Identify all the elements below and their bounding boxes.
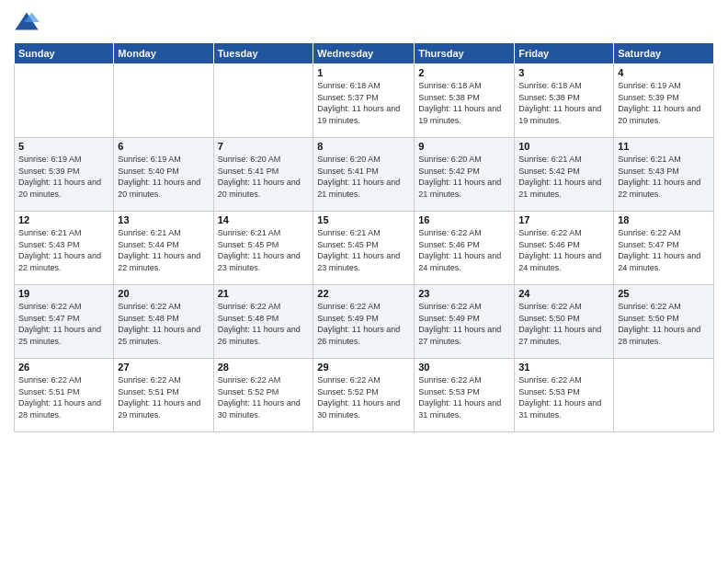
calendar-cell: 23Sunrise: 6:22 AMSunset: 5:49 PMDayligh… [415, 285, 515, 359]
day-number: 14 [218, 214, 310, 225]
day-number: 31 [518, 362, 609, 373]
logo-icon [14, 9, 40, 35]
day-number: 15 [317, 214, 410, 225]
day-info: Sunrise: 6:22 AMSunset: 5:53 PMDaylight:… [518, 374, 609, 420]
weekday-header-wednesday: Wednesday [313, 43, 415, 64]
calendar-cell: 4Sunrise: 6:19 AMSunset: 5:39 PMDaylight… [614, 64, 714, 138]
calendar-cell: 25Sunrise: 6:22 AMSunset: 5:50 PMDayligh… [614, 285, 714, 359]
calendar-table: SundayMondayTuesdayWednesdayThursdayFrid… [14, 42, 714, 432]
calendar-cell: 27Sunrise: 6:22 AMSunset: 5:51 PMDayligh… [114, 359, 213, 432]
day-info: Sunrise: 6:21 AMSunset: 5:44 PMDaylight:… [118, 227, 209, 273]
calendar-cell: 5Sunrise: 6:19 AMSunset: 5:39 PMDaylight… [15, 138, 114, 212]
week-row-5: 26Sunrise: 6:22 AMSunset: 5:51 PMDayligh… [15, 359, 714, 432]
day-number: 8 [317, 141, 410, 152]
calendar-cell: 22Sunrise: 6:22 AMSunset: 5:49 PMDayligh… [313, 285, 415, 359]
day-info: Sunrise: 6:18 AMSunset: 5:37 PMDaylight:… [317, 80, 410, 126]
calendar-cell: 13Sunrise: 6:21 AMSunset: 5:44 PMDayligh… [114, 212, 213, 285]
weekday-header-thursday: Thursday [415, 43, 515, 64]
calendar-cell: 20Sunrise: 6:22 AMSunset: 5:48 PMDayligh… [114, 285, 213, 359]
weekday-header-saturday: Saturday [614, 43, 714, 64]
day-info: Sunrise: 6:19 AMSunset: 5:39 PMDaylight:… [18, 154, 109, 200]
calendar-cell: 17Sunrise: 6:22 AMSunset: 5:46 PMDayligh… [515, 212, 614, 285]
calendar-cell: 11Sunrise: 6:21 AMSunset: 5:43 PMDayligh… [614, 138, 714, 212]
calendar-cell: 28Sunrise: 6:22 AMSunset: 5:52 PMDayligh… [213, 359, 313, 432]
day-info: Sunrise: 6:21 AMSunset: 5:43 PMDaylight:… [618, 154, 710, 200]
day-info: Sunrise: 6:18 AMSunset: 5:38 PMDaylight:… [418, 80, 510, 126]
day-number: 27 [118, 362, 209, 373]
calendar-cell [213, 64, 313, 138]
day-info: Sunrise: 6:19 AMSunset: 5:39 PMDaylight:… [618, 80, 710, 126]
day-number: 25 [618, 288, 710, 299]
calendar-cell: 18Sunrise: 6:22 AMSunset: 5:47 PMDayligh… [614, 212, 714, 285]
day-number: 3 [518, 67, 609, 78]
day-info: Sunrise: 6:22 AMSunset: 5:50 PMDaylight:… [618, 301, 710, 347]
calendar-cell: 3Sunrise: 6:18 AMSunset: 5:38 PMDaylight… [515, 64, 614, 138]
week-row-3: 12Sunrise: 6:21 AMSunset: 5:43 PMDayligh… [15, 212, 714, 285]
calendar-cell: 16Sunrise: 6:22 AMSunset: 5:46 PMDayligh… [415, 212, 515, 285]
day-number: 17 [518, 214, 609, 225]
calendar-cell: 8Sunrise: 6:20 AMSunset: 5:41 PMDaylight… [313, 138, 415, 212]
calendar-cell: 21Sunrise: 6:22 AMSunset: 5:48 PMDayligh… [213, 285, 313, 359]
day-number: 23 [418, 288, 510, 299]
day-number: 6 [118, 141, 209, 152]
calendar-cell: 29Sunrise: 6:22 AMSunset: 5:52 PMDayligh… [313, 359, 415, 432]
day-number: 1 [317, 67, 410, 78]
day-info: Sunrise: 6:18 AMSunset: 5:38 PMDaylight:… [518, 80, 609, 126]
day-number: 9 [418, 141, 510, 152]
weekday-header-tuesday: Tuesday [213, 43, 313, 64]
calendar-cell [114, 64, 213, 138]
day-info: Sunrise: 6:20 AMSunset: 5:42 PMDaylight:… [418, 154, 510, 200]
calendar-cell: 15Sunrise: 6:21 AMSunset: 5:45 PMDayligh… [313, 212, 415, 285]
day-info: Sunrise: 6:22 AMSunset: 5:51 PMDaylight:… [18, 374, 109, 420]
day-info: Sunrise: 6:22 AMSunset: 5:47 PMDaylight:… [18, 301, 109, 347]
day-number: 19 [18, 288, 109, 299]
day-number: 20 [118, 288, 209, 299]
day-info: Sunrise: 6:22 AMSunset: 5:46 PMDaylight:… [518, 227, 609, 273]
week-row-4: 19Sunrise: 6:22 AMSunset: 5:47 PMDayligh… [15, 285, 714, 359]
weekday-header-monday: Monday [114, 43, 213, 64]
header [14, 9, 714, 35]
day-info: Sunrise: 6:22 AMSunset: 5:48 PMDaylight:… [118, 301, 209, 347]
day-number: 28 [218, 362, 310, 373]
day-number: 18 [618, 214, 710, 225]
day-info: Sunrise: 6:22 AMSunset: 5:50 PMDaylight:… [518, 301, 609, 347]
day-info: Sunrise: 6:22 AMSunset: 5:48 PMDaylight:… [218, 301, 310, 347]
day-info: Sunrise: 6:21 AMSunset: 5:45 PMDaylight:… [317, 227, 410, 273]
day-number: 22 [317, 288, 410, 299]
calendar-cell: 30Sunrise: 6:22 AMSunset: 5:53 PMDayligh… [415, 359, 515, 432]
day-number: 16 [418, 214, 510, 225]
day-number: 2 [418, 67, 510, 78]
day-info: Sunrise: 6:22 AMSunset: 5:47 PMDaylight:… [618, 227, 710, 273]
day-number: 7 [218, 141, 310, 152]
calendar-cell: 31Sunrise: 6:22 AMSunset: 5:53 PMDayligh… [515, 359, 614, 432]
week-row-2: 5Sunrise: 6:19 AMSunset: 5:39 PMDaylight… [15, 138, 714, 212]
calendar-cell [15, 64, 114, 138]
weekday-header-row: SundayMondayTuesdayWednesdayThursdayFrid… [15, 43, 714, 64]
day-info: Sunrise: 6:22 AMSunset: 5:52 PMDaylight:… [317, 374, 410, 420]
day-info: Sunrise: 6:22 AMSunset: 5:51 PMDaylight:… [118, 374, 209, 420]
calendar-cell: 7Sunrise: 6:20 AMSunset: 5:41 PMDaylight… [213, 138, 313, 212]
week-row-1: 1Sunrise: 6:18 AMSunset: 5:37 PMDaylight… [15, 64, 714, 138]
calendar-cell: 10Sunrise: 6:21 AMSunset: 5:42 PMDayligh… [515, 138, 614, 212]
weekday-header-friday: Friday [515, 43, 614, 64]
calendar-cell [614, 359, 714, 432]
day-info: Sunrise: 6:22 AMSunset: 5:52 PMDaylight:… [218, 374, 310, 420]
calendar-cell: 1Sunrise: 6:18 AMSunset: 5:37 PMDaylight… [313, 64, 415, 138]
day-number: 24 [518, 288, 609, 299]
day-number: 29 [317, 362, 410, 373]
calendar-cell: 2Sunrise: 6:18 AMSunset: 5:38 PMDaylight… [415, 64, 515, 138]
calendar-cell: 19Sunrise: 6:22 AMSunset: 5:47 PMDayligh… [15, 285, 114, 359]
logo [14, 9, 43, 35]
day-info: Sunrise: 6:20 AMSunset: 5:41 PMDaylight:… [218, 154, 310, 200]
day-info: Sunrise: 6:19 AMSunset: 5:40 PMDaylight:… [118, 154, 209, 200]
day-number: 26 [18, 362, 109, 373]
day-info: Sunrise: 6:20 AMSunset: 5:41 PMDaylight:… [317, 154, 410, 200]
day-number: 5 [18, 141, 109, 152]
day-info: Sunrise: 6:22 AMSunset: 5:49 PMDaylight:… [317, 301, 410, 347]
calendar-cell: 12Sunrise: 6:21 AMSunset: 5:43 PMDayligh… [15, 212, 114, 285]
day-number: 13 [118, 214, 209, 225]
day-number: 11 [618, 141, 710, 152]
calendar-cell: 24Sunrise: 6:22 AMSunset: 5:50 PMDayligh… [515, 285, 614, 359]
day-number: 12 [18, 214, 109, 225]
day-number: 30 [418, 362, 510, 373]
